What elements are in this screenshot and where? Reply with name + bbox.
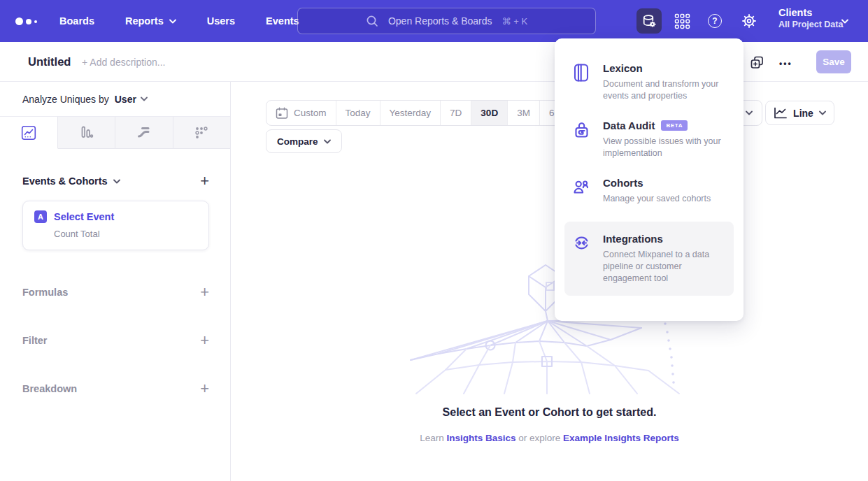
event-letter-badge: A [34, 210, 47, 223]
range-yesterday[interactable]: Yesterday [380, 101, 441, 125]
chevron-down-icon [141, 96, 148, 101]
calendar-icon [276, 107, 288, 120]
empty-state: Select an Event or Cohort to get started… [231, 406, 868, 443]
bar-chart-icon [79, 125, 94, 140]
menu-item-integrations[interactable]: Integrations Connect Mixpanel to a data … [564, 222, 734, 296]
breakdown-section: Breakdown + [22, 382, 209, 395]
tab-flow-chart[interactable] [115, 117, 173, 149]
events-cohorts-header[interactable]: Events & Cohorts [22, 175, 120, 187]
nav-boards[interactable]: Boards [59, 15, 94, 27]
select-event-button[interactable]: Select Event [54, 211, 114, 222]
project-name: All Project Data [778, 20, 843, 29]
global-search-input[interactable]: Open Reports & Boards ⌘ + K [297, 8, 596, 34]
insights-basics-link[interactable]: Insights Basics [446, 433, 515, 443]
breakdown-label: Breakdown [22, 383, 77, 394]
menu-item-description: View possible issues with your implement… [603, 136, 723, 159]
menu-item-title: Data Audit BETA [603, 120, 723, 131]
chevron-down-icon [169, 19, 176, 24]
lexicon-icon [573, 64, 590, 82]
search-icon [366, 15, 378, 27]
menu-item-title: Lexicon [603, 62, 723, 74]
data-audit-lock-icon [573, 121, 590, 139]
menu-item-title: Integrations [603, 233, 723, 245]
chevron-down-icon [324, 139, 331, 144]
tab-bar-chart[interactable] [58, 117, 116, 149]
add-formula-button[interactable]: + [200, 286, 209, 299]
empty-state-links: Learn Insights Basics or explore Example… [231, 433, 868, 443]
top-navigation-bar: Boards Reports Users Events Open Reports… [0, 0, 868, 42]
search-shortcut: ⌘ + K [502, 16, 528, 27]
more-options-button[interactable]: ••• [779, 59, 792, 69]
nav-events[interactable]: Events [266, 15, 299, 27]
add-filter-button[interactable]: + [200, 334, 209, 347]
line-type-icon [774, 107, 788, 120]
chevron-down-icon [819, 110, 826, 115]
range-custom[interactable]: Custom [266, 101, 336, 125]
menu-item-title: Cohorts [603, 177, 711, 189]
event-query-card[interactable]: A Select Event Count Total [22, 201, 209, 250]
query-builder-sidebar: Analyze Uniques by User [0, 82, 231, 481]
mixpanel-logo-icon[interactable] [15, 17, 37, 25]
beta-badge: BETA [661, 120, 688, 131]
chevron-down-icon [746, 110, 753, 115]
formulas-label: Formulas [22, 287, 68, 298]
analyze-by-dropdown[interactable]: User [115, 94, 148, 105]
events-cohorts-section: Events & Cohorts + [22, 175, 209, 187]
example-insights-reports-link[interactable]: Example Insights Reports [563, 433, 679, 443]
menu-item-cohorts[interactable]: Cohorts Manage your saved cohorts [555, 177, 744, 205]
sidebar-content: Events & Cohorts + A Select Event Count … [0, 175, 230, 395]
formulas-section: Formulas + [22, 286, 209, 299]
help-button[interactable]: ? [708, 0, 722, 42]
empty-state-title: Select an Event or Cohort to get started… [231, 406, 868, 419]
integrations-sync-icon [573, 234, 590, 252]
analyze-row: Analyze Uniques by User [0, 82, 230, 117]
analyze-label: Analyze Uniques by [22, 94, 109, 105]
menu-item-lexicon[interactable]: Lexicon Document and transform your even… [555, 62, 744, 102]
chart-type-tabs [0, 117, 230, 149]
search-placeholder: Open Reports & Boards [388, 15, 492, 27]
tab-line-chart[interactable] [0, 117, 58, 149]
compare-button[interactable]: Compare [266, 129, 342, 153]
apps-grid-button[interactable] [674, 0, 690, 42]
menu-item-description: Document and transform your events and p… [603, 78, 723, 102]
range-7d[interactable]: 7D [441, 101, 471, 125]
duplicate-report-button[interactable] [750, 56, 764, 69]
gear-icon [741, 13, 757, 29]
primary-nav: Boards Reports Users Events [59, 0, 299, 42]
chart-canvas: Custom Today Yesterday 7D 30D 3M 6M Comp… [231, 82, 868, 481]
org-name: Clients [778, 7, 843, 18]
menu-item-description: Manage your saved cohorts [603, 193, 711, 205]
range-3m[interactable]: 3M [508, 101, 540, 125]
save-button[interactable]: Save [816, 50, 851, 73]
filter-label: Filter [22, 335, 47, 346]
chevron-down-icon [113, 179, 120, 184]
cohorts-people-icon [573, 178, 590, 195]
chart-type-dropdown[interactable]: Line [765, 101, 834, 125]
add-description-field[interactable]: + Add description... [82, 57, 165, 68]
flow-chart-icon [136, 125, 151, 140]
menu-item-data-audit[interactable]: Data Audit BETA View possible issues wit… [555, 120, 744, 159]
help-icon: ? [708, 14, 722, 28]
chevron-down-icon [841, 19, 848, 24]
database-gear-icon [642, 14, 657, 29]
settings-button[interactable] [741, 0, 757, 42]
range-30d-selected[interactable]: 30D [471, 101, 508, 125]
range-today[interactable]: Today [336, 101, 380, 125]
tab-metrics-grid[interactable] [173, 117, 231, 149]
nav-reports[interactable]: Reports [125, 15, 176, 27]
dots-grid-icon [194, 126, 208, 140]
filter-section: Filter + [22, 334, 209, 347]
add-breakdown-button[interactable]: + [200, 382, 209, 395]
grid-icon [674, 13, 690, 29]
project-switcher[interactable]: Clients All Project Data [778, 7, 843, 29]
data-management-button[interactable] [636, 8, 662, 34]
duplicate-icon [750, 56, 764, 69]
report-title[interactable]: Untitled [28, 55, 71, 69]
line-chart-icon [21, 125, 36, 141]
data-management-menu: Lexicon Document and transform your even… [555, 38, 744, 321]
menu-item-description: Connect Mixpanel to a data pipeline or c… [603, 249, 723, 285]
count-type-selector[interactable]: Count Total [54, 229, 197, 239]
add-event-button[interactable]: + [200, 175, 209, 187]
nav-users[interactable]: Users [207, 15, 235, 27]
